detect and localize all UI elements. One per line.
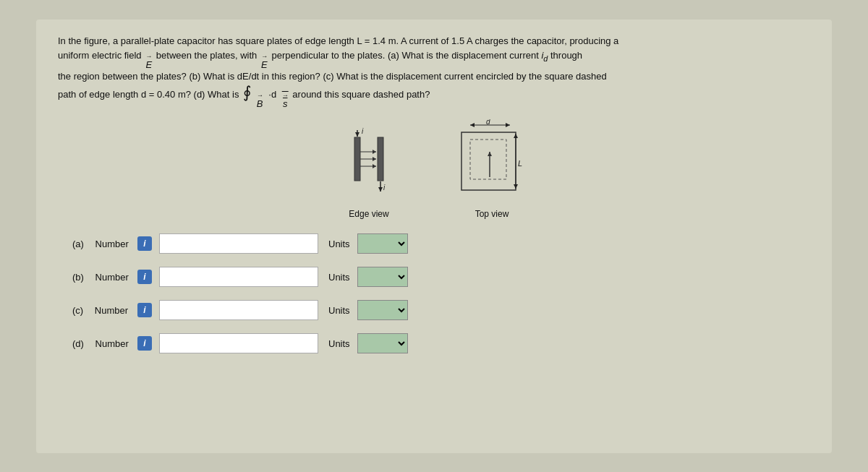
answer-label-d: (d) Number <box>72 338 130 349</box>
units-select-b[interactable]: V/m·s A T <box>357 267 408 287</box>
label-b-text: (b) <box>72 272 84 283</box>
e-vector-1: → E <box>145 53 152 69</box>
main-container: In the figure, a parallel-plate capacito… <box>36 20 832 453</box>
svg-marker-21 <box>488 152 492 156</box>
top-view-svg: d L <box>448 119 535 206</box>
info-button-a[interactable]: i <box>137 236 152 251</box>
integral-symbol: ∮ <box>243 83 251 101</box>
svg-marker-3 <box>355 132 359 137</box>
label-a-sub: Number <box>95 239 129 249</box>
number-input-a[interactable] <box>159 233 318 254</box>
answer-row-b: (b) Number i Units V/m·s A T <box>72 267 810 287</box>
number-input-c[interactable] <box>159 300 318 320</box>
problem-text-line2: uniform electric field → E between the p… <box>58 50 582 61</box>
svg-marker-16 <box>506 123 510 127</box>
label-c-sub: Number <box>95 305 128 316</box>
info-button-c[interactable]: i <box>137 303 152 317</box>
diagrams-row: i i Edge view <box>58 119 810 219</box>
svg-marker-25 <box>514 184 518 189</box>
edge-view-diagram: i i Edge view <box>333 126 405 219</box>
problem-text-line4: path of edge length d = 0.40 m? (d) What… <box>58 89 430 100</box>
units-label-b: Units <box>328 272 350 283</box>
problem-text-line3: the region between the plates? (b) What … <box>58 71 607 82</box>
svg-text:L: L <box>518 159 522 168</box>
units-label-a: Units <box>328 239 350 249</box>
svg-text:d: d <box>486 119 490 126</box>
problem-text: In the figure, a parallel-plate capacito… <box>58 34 810 109</box>
units-label-d: Units <box>328 338 350 349</box>
label-a-text: (a) <box>72 239 84 249</box>
number-input-d[interactable] <box>159 333 318 353</box>
top-view-label: Top view <box>475 209 509 219</box>
units-select-d[interactable]: T·m A V/m <box>357 333 408 353</box>
answer-label-b: (b) Number <box>72 272 130 283</box>
b-vector: → B <box>257 93 263 108</box>
svg-rect-18 <box>461 132 516 190</box>
number-input-b[interactable] <box>159 267 318 287</box>
info-button-d[interactable]: i <box>137 336 152 351</box>
label-d-text: (d) <box>72 338 84 349</box>
problem-text-line1: In the figure, a parallel-plate capacito… <box>58 35 618 46</box>
units-select-c[interactable]: A V/m T <box>357 300 408 320</box>
svg-marker-6 <box>378 187 383 192</box>
label-c-text: (c) <box>72 305 83 316</box>
s-vector: → s <box>282 93 289 108</box>
svg-rect-1 <box>378 137 383 181</box>
i-sub-d: id <box>541 50 548 61</box>
svg-marker-11 <box>373 157 376 161</box>
answer-label-c: (c) Number <box>72 305 130 316</box>
units-select-a[interactable]: A V/m T <box>357 233 408 254</box>
label-b-sub: Number <box>95 272 129 283</box>
svg-text:i: i <box>362 127 364 135</box>
e-vector-2: → E <box>261 53 268 69</box>
dot-product: ·d <box>268 89 276 100</box>
svg-marker-15 <box>470 123 475 127</box>
svg-rect-19 <box>470 140 506 179</box>
edge-view-svg: i i <box>333 126 405 206</box>
units-label-c: Units <box>328 305 350 316</box>
info-button-b[interactable]: i <box>137 270 152 284</box>
label-d-sub: Number <box>95 338 129 349</box>
answer-row-d: (d) Number i Units T·m A V/m <box>72 333 810 353</box>
edge-view-label: Edge view <box>349 209 388 219</box>
top-view-diagram: d L Top view <box>448 119 535 219</box>
svg-marker-9 <box>373 150 376 154</box>
svg-marker-24 <box>514 134 518 138</box>
answer-row-c: (c) Number i Units A V/m T <box>72 300 810 320</box>
svg-rect-0 <box>354 137 360 181</box>
answers-section: (a) Number i Units A V/m T (b) Number i <box>58 233 810 353</box>
answer-label-a: (a) Number <box>72 239 130 249</box>
svg-marker-13 <box>373 164 376 168</box>
svg-text:i: i <box>383 184 386 192</box>
answer-row-a: (a) Number i Units A V/m T <box>72 233 810 254</box>
